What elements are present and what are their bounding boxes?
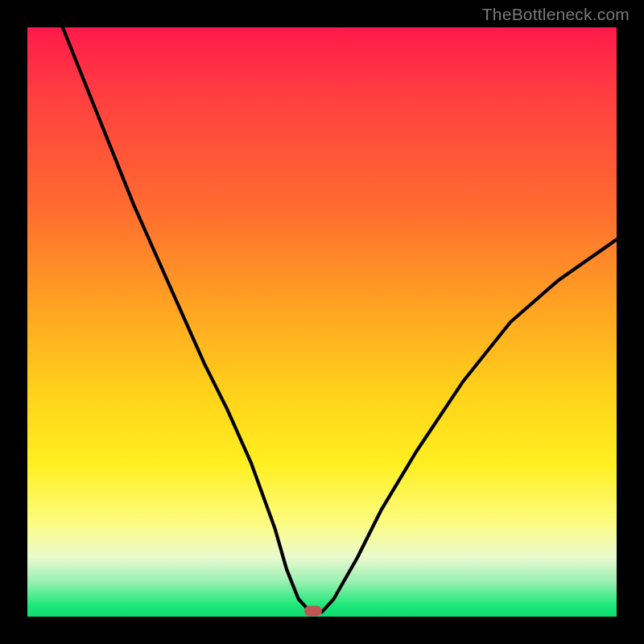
chart-frame: TheBottleneck.com <box>0 0 644 644</box>
plot-area <box>27 27 617 617</box>
optimal-marker <box>304 605 322 616</box>
watermark-text: TheBottleneck.com <box>482 5 630 24</box>
bottleneck-curve <box>27 27 617 617</box>
